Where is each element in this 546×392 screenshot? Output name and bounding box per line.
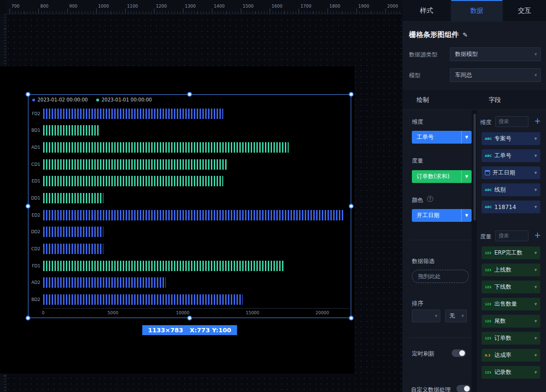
selection-handle-bottom-left[interactable] <box>26 316 30 320</box>
field-pill-measure[interactable]: 123订单数▼ <box>482 332 540 345</box>
chevron-down-icon: ▼ <box>535 154 537 158</box>
field-pill-measure[interactable]: 123记录数▼ <box>482 366 540 379</box>
field-pill-dimension[interactable]: ABC工单号▼ <box>482 149 540 162</box>
selection-handle-right[interactable] <box>349 204 354 209</box>
field-label: 工单号 <box>494 152 532 160</box>
chart-row: ED1 <box>28 176 351 186</box>
ruler-tick-label: 700 <box>11 4 19 9</box>
chevron-down-icon: ▼ <box>535 354 537 357</box>
field-pill-measure[interactable]: 0.3达成率▼ <box>482 349 540 362</box>
chevron-down-icon: ▼ <box>535 251 537 255</box>
field-pill-dimension[interactable]: 开工日期▼ <box>482 166 540 179</box>
selection-handle-left[interactable] <box>26 204 30 209</box>
field-pill-measure[interactable]: 123出售数量▼ <box>482 298 540 310</box>
add-dimension-field-button[interactable]: + <box>534 117 541 125</box>
model-label: 模型 <box>409 72 420 80</box>
chart-row: AD2 <box>28 277 351 288</box>
ruler-tick: 1900 <box>356 9 357 14</box>
chevron-down-icon: ▼ <box>461 170 472 183</box>
bar <box>43 176 223 186</box>
field-pill-measure[interactable]: 123下线数▼ <box>482 281 540 293</box>
selection-handle-top-right[interactable] <box>349 92 354 97</box>
field-type-icon: ABC <box>485 154 492 158</box>
timed-refresh-label: 定时刷新 <box>412 350 435 358</box>
chart-row: CD2 <box>28 244 351 254</box>
dimension-label: 维度 <box>412 118 423 126</box>
fields-dimension-label: 维度 <box>480 119 491 127</box>
field-pill-dimension[interactable]: ABC线别▼ <box>482 183 540 196</box>
edit-icon[interactable]: ✎ <box>463 31 468 38</box>
field-label: 出售数量 <box>494 300 532 308</box>
subtab-draw[interactable]: 绘制 <box>402 90 474 109</box>
field-label: 记录数 <box>494 368 532 376</box>
chevron-down-icon: ▼ <box>535 371 537 374</box>
data-filter-dropzone[interactable]: 拖到此处 <box>412 270 469 283</box>
measure-pill[interactable]: 订单数(求和) ▼ <box>412 170 472 183</box>
field-pill-dimension[interactable]: ABC专案号▼ <box>482 132 540 145</box>
legend-item[interactable]: 2023-01-01 00:00:00 <box>96 97 152 102</box>
dimension-search-input[interactable] <box>495 116 528 127</box>
subtab-fields[interactable]: 字段 <box>474 90 546 109</box>
category-label: BD2 <box>28 297 43 302</box>
field-label: 尾数 <box>494 317 532 325</box>
sort-direction-value: 无 <box>449 312 455 320</box>
selection-handle-bottom-right[interactable] <box>349 316 354 320</box>
help-icon[interactable]: ? <box>427 196 433 202</box>
ruler-tick: 700 <box>9 9 10 14</box>
ruler-tick: 2000 <box>385 9 386 14</box>
category-label: CD2 <box>28 246 43 251</box>
field-pill-measure[interactable]: 123上线数▼ <box>482 264 540 276</box>
calendar-icon <box>485 170 490 175</box>
field-pill-dimension[interactable]: ABC118714▼ <box>482 201 540 213</box>
chart-row: BD1 <box>28 125 351 136</box>
workspace: 2023-01-02 00:00:002023-01-01 00:00:00 F… <box>0 0 402 392</box>
panel-subtabs: 绘制 字段 <box>402 90 546 110</box>
panel-tab-style[interactable]: 样式 <box>402 0 451 21</box>
legend-item[interactable]: 2023-01-02 00:00:00 <box>32 97 88 102</box>
chart-component[interactable]: 2023-01-02 00:00:002023-01-01 00:00:00 F… <box>28 95 351 318</box>
selection-handle-bottom[interactable] <box>187 316 192 320</box>
chevron-down-icon: ▼ <box>461 209 472 222</box>
model-select[interactable]: 车间总 ▼ <box>450 68 541 82</box>
custom-data-processing-toggle[interactable] <box>456 385 471 392</box>
selection-handle-top-left[interactable] <box>26 92 30 97</box>
ruler-tick: 1700 <box>299 9 299 14</box>
selection-handle-top[interactable] <box>187 92 192 97</box>
field-label: 开工日期 <box>492 169 532 177</box>
component-title-row: 栅格条形图组件 ✎ <box>409 30 468 39</box>
category-label: DD1 <box>28 196 43 201</box>
category-label: ED1 <box>28 179 43 183</box>
design-canvas[interactable]: 2023-01-02 00:00:002023-01-01 00:00:00 F… <box>0 66 355 374</box>
panel-tab-data[interactable]: 数据 <box>451 0 503 21</box>
x-axis-tick-label: 10000 <box>176 310 190 315</box>
add-measure-field-button[interactable]: + <box>534 231 541 239</box>
chart-row: BD2 <box>28 294 351 305</box>
sort-direction-select[interactable]: 无 ▼ <box>445 310 467 322</box>
ruler-tick-label: 1800 <box>329 4 340 9</box>
legend-label: 2023-01-01 00:00:00 <box>101 97 152 102</box>
category-label: DD2 <box>28 229 43 234</box>
sort-field-select[interactable]: ▼ <box>412 310 440 322</box>
field-pill-measure[interactable]: 123尾数▼ <box>482 315 540 328</box>
dimension-pill[interactable]: 工单号 ▼ <box>412 131 472 144</box>
legend-dot <box>96 99 99 101</box>
color-pill[interactable]: 开工日期 ▼ <box>412 209 472 222</box>
ruler-tick: 1400 <box>212 9 212 14</box>
component-title: 栅格条形图组件 <box>409 30 459 39</box>
chart-row: CD1 <box>28 159 351 170</box>
datasource-type-value: 数据模型 <box>455 50 478 58</box>
bar <box>43 193 103 203</box>
scrollbar-thumb[interactable] <box>473 114 476 220</box>
ruler-tick: 1200 <box>154 9 155 14</box>
x-axis-line <box>43 308 350 309</box>
top-ruler: 7008009001000110012001300140015001600170… <box>0 0 402 14</box>
field-pill-measure[interactable]: 123ERP完工数▼ <box>482 246 540 259</box>
panel-tab-interaction[interactable]: 交互 <box>502 0 546 21</box>
chevron-down-icon: ▼ <box>535 337 537 340</box>
datasource-type-select[interactable]: 数据模型 ▼ <box>450 47 541 61</box>
timed-refresh-toggle[interactable] <box>452 349 466 357</box>
chevron-down-icon: ▼ <box>462 314 464 318</box>
measure-search-input[interactable] <box>495 230 528 241</box>
position-value: X:773 Y:100 <box>190 327 231 334</box>
sort-label: 排序 <box>412 300 423 308</box>
